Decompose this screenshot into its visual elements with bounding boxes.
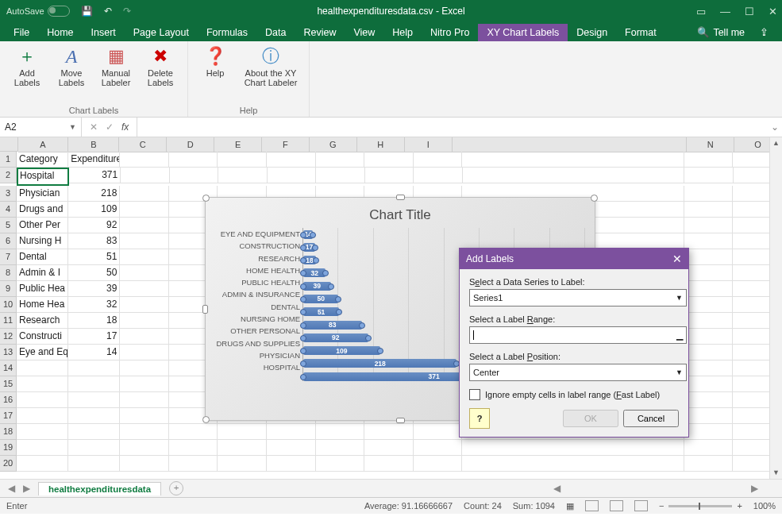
- about-button[interactable]: ⓘAbout the XY Chart Labeler: [239, 44, 302, 87]
- dialog-help-button[interactable]: ?: [469, 408, 490, 429]
- cell[interactable]: [316, 424, 365, 440]
- cell[interactable]: Hospital: [17, 168, 69, 186]
- tab-nav-next-icon[interactable]: ▶: [23, 483, 30, 494]
- ribbon-options-icon[interactable]: ▭: [696, 6, 706, 17]
- cell[interactable]: [120, 233, 169, 249]
- cell[interactable]: [684, 313, 734, 329]
- cell[interactable]: [120, 313, 169, 329]
- cell[interactable]: 17: [68, 329, 120, 345]
- hscroll-left-icon[interactable]: ◀: [553, 483, 560, 494]
- cell[interactable]: [414, 456, 463, 472]
- cell[interactable]: 32: [68, 297, 120, 313]
- cell[interactable]: Nursing H: [17, 233, 68, 249]
- cell[interactable]: [684, 424, 734, 440]
- cell[interactable]: [120, 345, 169, 360]
- hscroll-right-icon[interactable]: ▶: [751, 483, 758, 494]
- cell[interactable]: [462, 152, 684, 168]
- chart-bar[interactable]: 18: [303, 256, 316, 264]
- row-header[interactable]: 17: [0, 408, 17, 424]
- col-header-d[interactable]: D: [167, 137, 214, 152]
- cell[interactable]: [169, 440, 218, 456]
- tab-nav-prev-icon[interactable]: ◀: [8, 483, 15, 494]
- ok-button[interactable]: OK: [563, 410, 618, 427]
- tab-file[interactable]: File: [5, 24, 38, 41]
- cell[interactable]: [17, 376, 68, 392]
- tab-xy-chart-labels[interactable]: XY Chart Labels: [478, 24, 568, 41]
- cell[interactable]: [120, 202, 169, 218]
- dialog-title-bar[interactable]: Add Labels ✕: [460, 249, 688, 269]
- redo-icon[interactable]: ↷: [123, 6, 131, 17]
- cell[interactable]: [684, 233, 734, 249]
- cell[interactable]: [414, 152, 463, 168]
- cell[interactable]: [684, 408, 734, 424]
- dialog-close-icon[interactable]: ✕: [672, 253, 682, 265]
- cell[interactable]: 109: [68, 202, 120, 218]
- cell[interactable]: [120, 376, 169, 392]
- cell[interactable]: 83: [68, 233, 120, 249]
- tab-help[interactable]: Help: [383, 24, 422, 41]
- add-sheet-button[interactable]: +: [169, 481, 183, 495]
- chart-bar[interactable]: 39: [303, 282, 331, 291]
- cell[interactable]: [120, 360, 169, 376]
- chart-handle[interactable]: [202, 416, 210, 423]
- col-header-b[interactable]: B: [68, 137, 119, 152]
- row-header[interactable]: 6: [0, 233, 17, 249]
- cell[interactable]: [120, 265, 169, 281]
- col-header-c[interactable]: C: [119, 137, 167, 152]
- cell[interactable]: [462, 456, 684, 472]
- cell[interactable]: 371: [69, 168, 121, 183]
- cell[interactable]: [17, 440, 68, 456]
- cell[interactable]: Physician: [17, 186, 68, 202]
- col-header-a[interactable]: A: [18, 137, 69, 152]
- cell[interactable]: [684, 218, 734, 233]
- tab-nitro-pro[interactable]: Nitro Pro: [422, 24, 478, 41]
- cancel-button[interactable]: Cancel: [623, 410, 679, 427]
- cell[interactable]: [462, 440, 684, 456]
- cell[interactable]: [268, 168, 316, 183]
- cell[interactable]: [684, 360, 734, 376]
- vertical-scrollbar[interactable]: ▲ ▼: [769, 137, 782, 479]
- row-header[interactable]: 14: [0, 360, 17, 376]
- cell[interactable]: [68, 408, 120, 424]
- zoom-out-icon[interactable]: −: [659, 501, 664, 511]
- enter-formula-icon[interactable]: ✓: [106, 121, 114, 133]
- formula-bar[interactable]: [137, 118, 768, 137]
- cell[interactable]: [684, 152, 734, 168]
- cell[interactable]: [68, 360, 120, 376]
- expand-formula-icon[interactable]: ⌄: [768, 121, 782, 133]
- cell[interactable]: [218, 456, 267, 472]
- worksheet[interactable]: A B C D E F G H I N O 1CategoryExpenditu…: [0, 137, 782, 479]
- row-header[interactable]: 13: [0, 345, 17, 360]
- cell[interactable]: [684, 345, 734, 360]
- cell[interactable]: [68, 376, 120, 392]
- tab-design[interactable]: Design: [568, 24, 616, 41]
- range-picker-icon[interactable]: ▁: [676, 330, 683, 341]
- chart-bar[interactable]: 17: [303, 243, 315, 252]
- display-settings-icon[interactable]: ▦: [566, 501, 574, 511]
- cell[interactable]: [684, 202, 734, 218]
- chart-bar[interactable]: 51: [303, 307, 339, 316]
- cell[interactable]: [218, 440, 267, 456]
- cell[interactable]: Constructi: [17, 329, 68, 345]
- row-header[interactable]: 1: [0, 152, 17, 168]
- cell[interactable]: 218: [68, 186, 120, 202]
- col-header-f[interactable]: F: [262, 137, 310, 152]
- row-header[interactable]: 19: [0, 440, 17, 456]
- tab-home[interactable]: Home: [38, 24, 82, 41]
- cell[interactable]: [364, 440, 414, 456]
- cell[interactable]: [170, 168, 218, 183]
- tab-page-layout[interactable]: Page Layout: [125, 24, 198, 41]
- cell[interactable]: Eye and Eq: [17, 345, 68, 360]
- chart-handle[interactable]: [396, 418, 405, 423]
- autosave-toggle[interactable]: AutoSave: [6, 6, 70, 17]
- cell[interactable]: [68, 392, 120, 408]
- cell[interactable]: [684, 186, 734, 202]
- cell[interactable]: [121, 168, 169, 183]
- scroll-down-icon[interactable]: ▼: [770, 467, 782, 479]
- move-labels-button[interactable]: AMove Labels: [51, 44, 92, 87]
- close-icon[interactable]: ✕: [769, 6, 777, 17]
- row-header[interactable]: 9: [0, 281, 17, 297]
- cell[interactable]: Drugs and: [17, 202, 68, 218]
- cell[interactable]: [267, 456, 316, 472]
- cell[interactable]: 92: [68, 218, 120, 233]
